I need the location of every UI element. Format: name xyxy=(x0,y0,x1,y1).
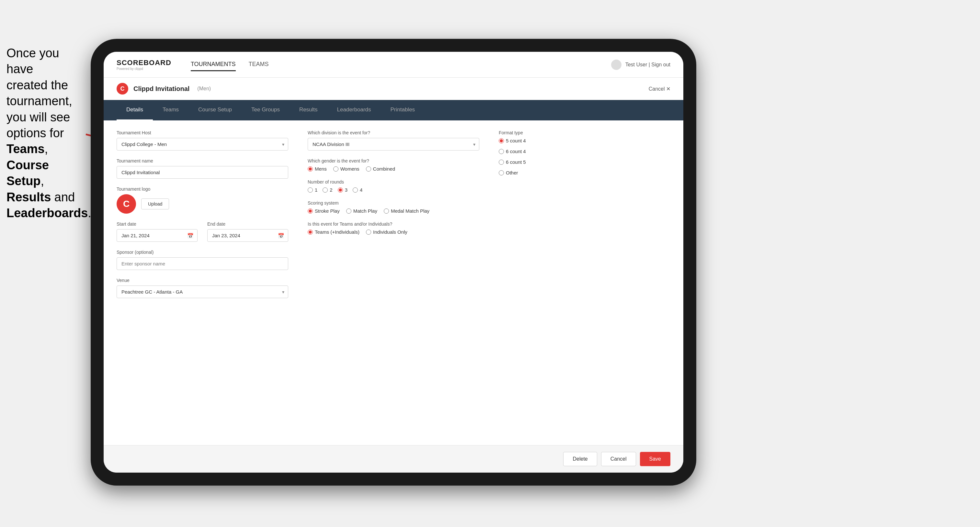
format-5count4[interactable]: 5 count 4 xyxy=(499,138,670,143)
tablet-screen: SCOREBOARD Powered by clippd TOURNAMENTS… xyxy=(103,52,683,473)
format-other[interactable]: Other xyxy=(499,170,670,175)
start-date-label: Start date xyxy=(116,221,197,227)
tournament-logo-label: Tournament logo xyxy=(116,186,288,192)
sponsor-group: Sponsor (optional) xyxy=(116,249,288,270)
logo-circle: C xyxy=(116,194,136,214)
gender-radio-group: Mens Womens Combined xyxy=(308,166,479,171)
logo-text: SCOREBOARD xyxy=(116,59,171,67)
tournament-name-group: Tournament name xyxy=(116,158,288,179)
tournament-host-group: Tournament Host Clippd College - Men xyxy=(116,130,288,151)
tournament-title-area: C Clippd Invitational (Men) xyxy=(116,83,211,95)
teams-plus-individuals[interactable]: Teams (+Individuals) xyxy=(308,229,360,235)
logo-area: SCOREBOARD Powered by clippd xyxy=(116,59,171,71)
format-radio-group: 5 count 4 6 count 4 6 count 5 xyxy=(499,138,670,175)
format-6count5[interactable]: 6 count 5 xyxy=(499,159,670,165)
scoring-match[interactable]: Match Play xyxy=(346,208,377,214)
tournament-name-input[interactable] xyxy=(116,166,288,179)
division-select[interactable]: NCAA Division III xyxy=(308,138,479,151)
venue-label: Venue xyxy=(116,278,288,283)
form-grid: Tournament Host Clippd College - Men Tou… xyxy=(116,130,670,306)
tournament-host-select[interactable]: Clippd College - Men xyxy=(116,138,288,151)
tab-details[interactable]: Details xyxy=(116,100,153,121)
user-area: Test User | Sign out xyxy=(611,60,670,70)
main-content: Tournament Host Clippd College - Men Tou… xyxy=(103,121,683,445)
tab-course-setup[interactable]: Course Setup xyxy=(188,100,242,121)
gender-combined[interactable]: Combined xyxy=(366,166,395,171)
nav-links: TOURNAMENTS TEAMS xyxy=(191,58,611,71)
rounds-2[interactable]: 2 xyxy=(323,187,332,193)
rounds-group: Number of rounds 1 2 xyxy=(308,179,479,193)
tournament-logo-small: C xyxy=(116,83,128,95)
venue-group: Venue Peachtree GC - Atlanta - GA xyxy=(116,278,288,298)
venue-select[interactable]: Peachtree GC - Atlanta - GA xyxy=(116,286,288,298)
nav-tournaments[interactable]: TOURNAMENTS xyxy=(191,58,236,71)
teams-individuals-group: Is this event for Teams and/or Individua… xyxy=(308,221,479,235)
rounds-3[interactable]: 3 xyxy=(338,187,347,193)
dates-row: Start date End date xyxy=(116,221,288,249)
sponsor-input[interactable] xyxy=(116,257,288,270)
scoring-group: Scoring system Stroke Play Match Play xyxy=(308,200,479,214)
cancel-x-button[interactable]: Cancel ✕ xyxy=(649,86,670,92)
format-type-group: Format type 5 count 4 6 count 4 xyxy=(499,130,670,175)
scoring-label: Scoring system xyxy=(308,200,479,206)
format-type-label: Format type xyxy=(499,130,670,135)
end-date-input[interactable] xyxy=(207,229,288,242)
rounds-4[interactable]: 4 xyxy=(353,187,363,193)
tablet-device: SCOREBOARD Powered by clippd TOURNAMENTS… xyxy=(91,39,696,486)
scoring-medal[interactable]: Medal Match Play xyxy=(384,208,430,214)
tournament-division: (Men) xyxy=(197,86,211,92)
save-button[interactable]: Save xyxy=(640,452,670,466)
tab-leaderboards[interactable]: Leaderboards xyxy=(328,100,381,121)
gender-womens[interactable]: Womens xyxy=(333,166,360,171)
start-date-group: Start date xyxy=(116,221,197,242)
form-col-right: Format type 5 count 4 6 count 4 xyxy=(499,130,670,306)
rounds-1[interactable]: 1 xyxy=(308,187,317,193)
tab-bar: Details Teams Course Setup Tee Groups Re… xyxy=(103,100,683,121)
intro-text: Once you have created the tournament, yo… xyxy=(0,39,91,227)
scoring-radio-group: Stroke Play Match Play Medal Match Play xyxy=(308,208,479,214)
teams-label: Is this event for Teams and/or Individua… xyxy=(308,221,479,227)
division-group: Which division is the event for? NCAA Di… xyxy=(308,130,479,151)
individuals-only[interactable]: Individuals Only xyxy=(366,229,407,235)
tab-teams[interactable]: Teams xyxy=(153,100,188,121)
end-date-label: End date xyxy=(207,221,288,227)
user-avatar xyxy=(611,60,622,70)
form-col-left: Tournament Host Clippd College - Men Tou… xyxy=(116,130,288,306)
footer: Delete Cancel Save xyxy=(103,445,683,473)
tournament-name-label: Tournament name xyxy=(116,158,288,163)
rounds-radio-group: 1 2 3 4 xyxy=(308,187,479,193)
form-col-middle: Which division is the event for? NCAA Di… xyxy=(308,130,479,306)
top-nav: SCOREBOARD Powered by clippd TOURNAMENTS… xyxy=(103,52,683,78)
upload-button[interactable]: Upload xyxy=(141,198,169,210)
gender-group: Which gender is the event for? Mens Wome… xyxy=(308,158,479,171)
tab-printables[interactable]: Printables xyxy=(381,100,425,121)
rounds-label: Number of rounds xyxy=(308,179,479,184)
tournament-host-label: Tournament Host xyxy=(116,130,288,135)
gender-label: Which gender is the event for? xyxy=(308,158,479,163)
teams-radio-group: Teams (+Individuals) Individuals Only xyxy=(308,229,479,235)
sponsor-label: Sponsor (optional) xyxy=(116,249,288,255)
tournament-name: Clippd Invitational xyxy=(134,85,189,92)
cancel-button[interactable]: Cancel xyxy=(601,452,636,466)
delete-button[interactable]: Delete xyxy=(563,452,597,466)
scoring-stroke[interactable]: Stroke Play xyxy=(308,208,340,214)
start-date-input[interactable] xyxy=(116,229,197,242)
logo-upload-area: C Upload xyxy=(116,194,288,214)
tournament-header: C Clippd Invitational (Men) Cancel ✕ xyxy=(103,78,683,100)
tab-tee-groups[interactable]: Tee Groups xyxy=(242,100,290,121)
division-label: Which division is the event for? xyxy=(308,130,479,135)
tab-results[interactable]: Results xyxy=(290,100,328,121)
user-label[interactable]: Test User | Sign out xyxy=(625,62,670,68)
logo-sub: Powered by clippd xyxy=(116,67,171,71)
tournament-logo-group: Tournament logo C Upload xyxy=(116,186,288,214)
end-date-group: End date xyxy=(207,221,288,242)
format-6count4[interactable]: 6 count 4 xyxy=(499,149,670,154)
gender-mens[interactable]: Mens xyxy=(308,166,327,171)
nav-teams[interactable]: TEAMS xyxy=(249,58,269,71)
